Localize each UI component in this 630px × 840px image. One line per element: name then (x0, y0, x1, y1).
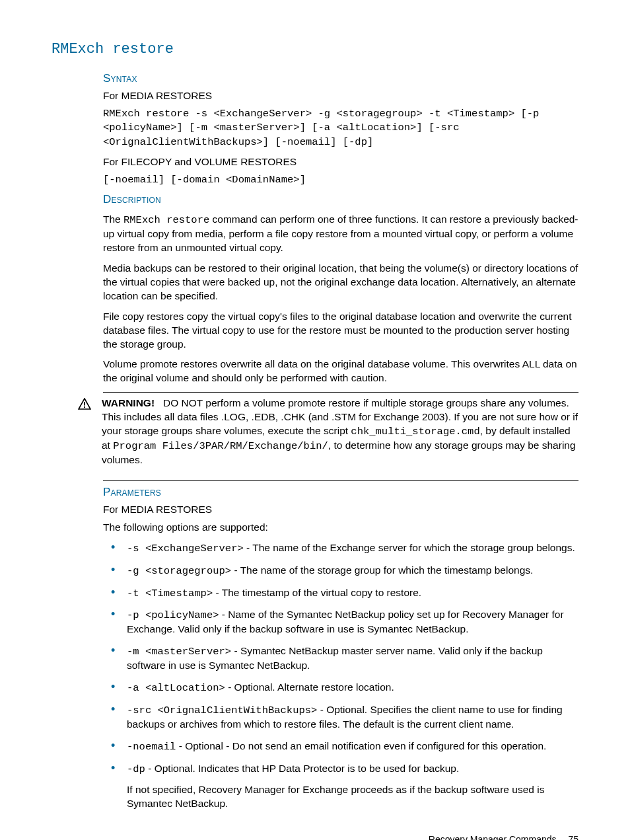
footer-section: Recovery Manager Commands (429, 834, 557, 840)
list-item: -a <altLocation> - Optional. Alternate r… (103, 681, 578, 695)
param-text: - Optional. Indicates that HP Data Prote… (145, 763, 459, 774)
param-text: - The name of the storage group for whic… (231, 564, 533, 576)
param-trailing: If not specified, Recovery Manager for E… (127, 783, 578, 811)
svg-rect-1 (84, 402, 85, 406)
page-title: RMExch restore (52, 40, 578, 59)
syntax-media-heading: For MEDIA RESTORES (103, 89, 578, 103)
syntax-filecopy-code: [-noemail] [-domain <DomainName>] (103, 173, 578, 188)
param-code: -p <policyName> (127, 609, 219, 621)
svg-rect-2 (84, 406, 85, 408)
parameters-heading: Parameters (103, 485, 578, 500)
param-code: -a <altLocation> (127, 682, 225, 694)
warning-icon (78, 398, 91, 414)
footer-page-number: 75 (568, 833, 578, 840)
list-item: -dp - Optional. Indicates that HP Data P… (103, 762, 578, 811)
page-footer: Recovery Manager Commands 75 (52, 833, 578, 840)
param-code: -t <Timestamp> (127, 588, 213, 599)
parameters-list: -s <ExchangeServer> - The name of the Ex… (103, 541, 578, 811)
param-text: - The timestamp of the virtual copy to r… (213, 587, 421, 598)
list-item: -g <storagegroup> - The name of the stor… (103, 564, 578, 578)
syntax-filecopy-heading: For FILECOPY and VOLUME RESTORES (103, 155, 578, 169)
divider (103, 480, 578, 481)
param-code: -src <OrignalClientWithBackups> (127, 705, 317, 716)
description-p2: Media backups can be restored to their o… (103, 262, 578, 303)
warning-label: WARNING! (102, 397, 155, 408)
list-item: -noemail - Optional - Do not send an ema… (103, 740, 578, 754)
syntax-media-code: RMExch restore -s <ExchangeServer> -g <s… (103, 107, 578, 150)
list-item: -m <masterServer> - Symantec NetBackup m… (103, 644, 578, 673)
inline-code: Program Files/3PAR/RM/Exchange/bin/ (113, 440, 328, 452)
param-code: -s <ExchangeServer> (127, 543, 244, 554)
syntax-heading: Syntax (103, 71, 578, 87)
parameters-block: Parameters For MEDIA RESTORES The follow… (103, 480, 578, 811)
param-text: - The name of the Exchange server for wh… (244, 542, 575, 553)
divider (103, 392, 578, 393)
parameters-subhead: For MEDIA RESTORES (103, 503, 578, 517)
description-p4: Volume promote restores overwrite all da… (103, 358, 578, 385)
param-text: - Optional - Do not send an email notifi… (176, 740, 546, 751)
list-item: -p <policyName> - Name of the Symantec N… (103, 608, 578, 636)
inline-code: chk_multi_storage.cmd (351, 426, 479, 438)
content-body: Syntax For MEDIA RESTORES RMExch restore… (103, 71, 578, 393)
warning-block: WARNING! DO NOT perform a volume promote… (78, 397, 578, 474)
text: The (103, 213, 123, 225)
param-code: -m <masterServer> (127, 646, 231, 658)
description-heading: Description (103, 192, 578, 208)
param-text: - Optional. Alternate restore location. (225, 681, 394, 693)
description-p1: The RMExch restore command can perform o… (103, 213, 578, 255)
description-p3: File copy restores copy the virtual copy… (103, 310, 578, 352)
list-item: -t <Timestamp> - The timestamp of the vi… (103, 586, 578, 601)
inline-code: RMExch restore (123, 214, 209, 226)
param-code: -dp (127, 763, 145, 775)
warning-text: WARNING! DO NOT perform a volume promote… (102, 397, 578, 467)
parameters-lead: The following options are supported: (103, 521, 578, 535)
list-item: -src <OrignalClientWithBackups> - Option… (103, 703, 578, 732)
param-code: -noemail (127, 741, 176, 753)
list-item: -s <ExchangeServer> - The name of the Ex… (103, 541, 578, 556)
param-code: -g <storagegroup> (127, 565, 231, 577)
